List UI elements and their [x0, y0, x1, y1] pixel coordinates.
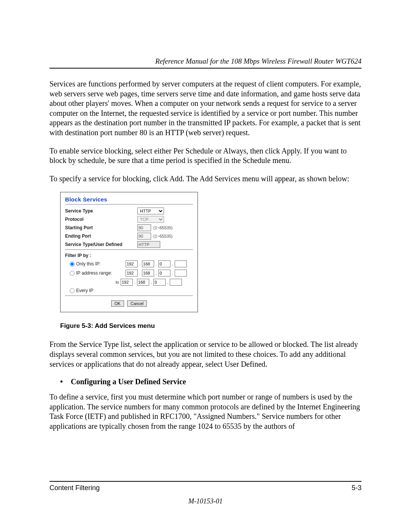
- paragraph-define-service: To define a service, first you must dete…: [49, 392, 362, 431]
- input-user-defined[interactable]: [137, 241, 160, 248]
- range-starting-port: (1~65535): [153, 225, 172, 230]
- row-starting-port: Starting Port (1~65535): [65, 224, 193, 231]
- bullet-configuring: • Configuring a User Defined Service: [60, 377, 362, 386]
- row-only-this-ip: Only this IP: . . .: [65, 260, 193, 267]
- ip-only-a[interactable]: [126, 260, 138, 267]
- input-ending-port[interactable]: [137, 233, 151, 240]
- row-ip-range: IP address range: . . .: [65, 270, 193, 276]
- radio-every-ip[interactable]: [70, 288, 75, 293]
- label-user-defined: Service Type/User Defined: [65, 242, 137, 247]
- row-service-type: Service Type HTTP: [65, 208, 193, 214]
- row-protocol: Protocol TCP: [65, 216, 193, 223]
- figure-block-services: Block Services Service Type HTTP Protoco…: [60, 192, 362, 330]
- ip-to-b[interactable]: [137, 279, 149, 286]
- ip-to-d[interactable]: [170, 279, 182, 286]
- label-ending-port: Ending Port: [65, 233, 137, 239]
- bullet-marker: •: [60, 377, 71, 386]
- footer-row: Content Filtering 5-3: [49, 484, 362, 492]
- ip-only-d[interactable]: [175, 260, 187, 267]
- ip-from-b[interactable]: [142, 270, 154, 276]
- radio-only-this-ip[interactable]: [70, 262, 75, 267]
- panel-separator-mid: [65, 249, 193, 250]
- bullet-text: Configuring a User Defined Service: [71, 377, 186, 386]
- footer-document-number: M-10153-01: [49, 497, 362, 505]
- footer-section-title: Content Filtering: [49, 484, 100, 492]
- label-every-ip: Every IP: [76, 288, 126, 293]
- ip-only-c[interactable]: [158, 260, 170, 267]
- figure-caption: Figure 5-3: Add Services menu: [60, 322, 362, 330]
- ip-range-from: . . .: [126, 270, 187, 276]
- label-service-type: Service Type: [65, 208, 137, 214]
- label-to: to: [65, 280, 121, 284]
- panel-separator-top: [65, 204, 193, 204]
- select-service-type[interactable]: HTTP: [137, 208, 164, 214]
- label-only-this-ip: Only this IP:: [76, 261, 126, 267]
- row-ip-range-to: to . . .: [65, 279, 193, 286]
- ip-from-c[interactable]: [158, 270, 170, 276]
- label-ip-range: IP address range:: [76, 270, 126, 276]
- input-starting-port[interactable]: [137, 224, 151, 231]
- ip-range-to: . . .: [121, 279, 182, 286]
- ip-to-c[interactable]: [153, 279, 166, 286]
- row-every-ip: Every IP: [65, 288, 193, 293]
- radio-ip-range[interactable]: [70, 271, 75, 276]
- page-footer: Content Filtering 5-3 M-10153-01: [49, 481, 362, 505]
- footer-page-number: 5-3: [352, 484, 362, 492]
- header-rule: [49, 68, 362, 69]
- paragraph-from-service-list: From the Service Type list, select the a…: [49, 340, 362, 369]
- label-starting-port: Starting Port: [65, 225, 137, 230]
- paragraph-enable-blocking: To enable service blocking, select eithe…: [49, 146, 362, 166]
- ip-from-a[interactable]: [126, 270, 138, 276]
- cancel-button[interactable]: Cancel: [127, 300, 147, 307]
- panel-separator-bottom: [65, 296, 193, 296]
- paragraph-services-intro: Services are functions performed by serv…: [49, 79, 362, 138]
- range-ending-port: (1~65535): [153, 234, 172, 238]
- ip-only-b[interactable]: [142, 260, 154, 267]
- label-protocol: Protocol: [65, 217, 137, 222]
- paragraph-specify-service: To specify a service for blocking, click…: [49, 174, 362, 184]
- ip-only-this: . . .: [126, 260, 187, 267]
- button-row: OK Cancel: [65, 300, 193, 307]
- ok-button[interactable]: OK: [111, 300, 124, 307]
- footer-rule: [49, 481, 362, 482]
- running-header: Reference Manual for the 108 Mbps Wirele…: [49, 57, 362, 66]
- row-ending-port: Ending Port (1~65535): [65, 233, 193, 240]
- ip-from-d[interactable]: [175, 270, 187, 276]
- filter-heading: Filter IP by :: [65, 253, 193, 258]
- select-protocol[interactable]: TCP: [137, 216, 164, 223]
- ip-to-a[interactable]: [121, 279, 133, 286]
- document-page: Reference Manual for the 108 Mbps Wirele…: [0, 0, 411, 532]
- panel-title: Block Services: [65, 196, 193, 203]
- block-services-panel: Block Services Service Type HTTP Protoco…: [60, 192, 198, 312]
- row-user-defined: Service Type/User Defined: [65, 241, 193, 248]
